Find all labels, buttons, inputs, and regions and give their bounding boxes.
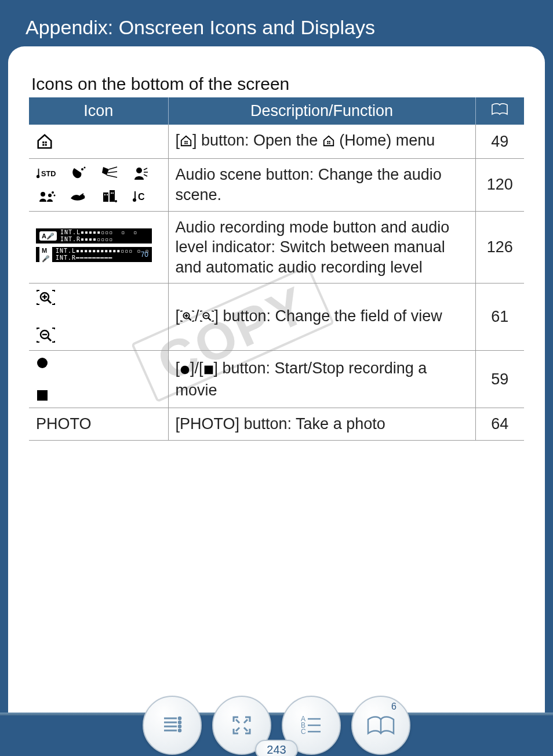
table-row: PHOTO [PHOTO] button: Take a photo 64 (29, 408, 524, 441)
content-panel: COPY Icons on the bottom of the screen I… (8, 46, 545, 715)
svg-rect-4 (184, 141, 185, 142)
svg-point-15 (84, 166, 86, 168)
manual-level-value: 70 (141, 250, 148, 259)
zoom-in-icon (180, 308, 195, 328)
svg-rect-10 (327, 143, 328, 144)
svg-rect-35 (37, 390, 48, 401)
row-page: 59 (475, 350, 524, 408)
crowd-icon (36, 188, 58, 205)
stop-icon (203, 360, 214, 380)
audio-auto-bar: A🎤 INT.L▪▪▪▪▪▫▫▫ ▫ ▫INT.R▪▪▪▪▫▫▫▫ (36, 228, 152, 243)
svg-rect-3 (45, 144, 47, 146)
text: / (195, 307, 199, 325)
svg-rect-5 (186, 141, 187, 142)
note-std-icon: STD (36, 165, 58, 182)
table-row: []/[] button: Start/Stop recording a mov… (29, 350, 524, 408)
text: (Home) menu (335, 132, 435, 149)
svg-rect-23 (104, 194, 105, 195)
text: ] button: Open the (192, 132, 322, 149)
row-desc: [PHOTO] button: Take a photo (168, 408, 475, 441)
table-header-row: Icon Description/Function (29, 97, 524, 125)
svg-point-28 (133, 198, 136, 202)
col-header-ref (475, 97, 524, 125)
row-page: 120 (475, 158, 524, 211)
row-page: 49 (475, 125, 524, 158)
record-icon (36, 357, 161, 369)
svg-rect-25 (111, 192, 112, 194)
svg-point-34 (37, 358, 48, 368)
svg-text:C: C (138, 192, 145, 202)
svg-rect-6 (184, 143, 185, 144)
svg-point-16 (136, 168, 142, 173)
row-desc: Audio recording mode button and audio le… (168, 211, 475, 284)
svg-rect-9 (329, 141, 330, 142)
bird-icon (67, 188, 89, 205)
svg-rect-21 (103, 192, 108, 202)
svg-rect-22 (110, 190, 115, 202)
svg-point-42 (179, 717, 181, 719)
svg-point-36 (181, 366, 190, 375)
text: [ (176, 132, 180, 149)
spotlight-icon (99, 165, 121, 182)
svg-point-18 (48, 194, 52, 197)
row-page: 64 (475, 408, 524, 441)
row-desc: Audio scene button: Change the audio sce… (168, 158, 475, 211)
svg-point-45 (179, 729, 181, 732)
svg-text:C: C (301, 728, 306, 736)
zoom-in-icon (36, 289, 161, 307)
bottom-nav: A B C 243 (0, 696, 553, 755)
chapter-button[interactable] (351, 696, 410, 755)
svg-point-19 (52, 191, 54, 194)
svg-point-43 (179, 721, 181, 724)
buildings-icon (99, 188, 121, 205)
audio-manual-bar: M🎤 INT.L▪▪▪▪▪▪▪▪▪▪▪▫▫▫ ▫ ▫INT.R━━━━━━━━━… (36, 247, 152, 262)
svg-rect-11 (329, 143, 330, 144)
toc-button[interactable] (143, 696, 202, 755)
text: [ (176, 307, 180, 325)
record-icon (180, 360, 190, 380)
col-header-icon: Icon (29, 97, 168, 125)
sax-icon (67, 165, 89, 182)
svg-rect-7 (186, 143, 187, 144)
row-desc: []/[] button: Start/Stop recording a mov… (168, 350, 475, 408)
svg-rect-0 (42, 141, 44, 143)
svg-text:STD: STD (41, 170, 56, 178)
svg-point-44 (179, 725, 181, 728)
text: ] button: Change the field of view (214, 307, 442, 325)
svg-rect-26 (112, 192, 114, 194)
home-icon (36, 133, 161, 150)
level-dots: INT.L▪▪▪▪▪▪▪▪▪▪▪▫▫▫ ▫ ▫INT.R━━━━━━━━━ (56, 248, 149, 263)
label: M (42, 247, 47, 254)
level-dots: INT.L▪▪▪▪▪▫▫▫ ▫ ▫INT.R▪▪▪▪▫▫▫▫ (60, 229, 148, 244)
svg-rect-2 (42, 144, 44, 146)
col-header-desc: Description/Function (168, 97, 475, 125)
home-icon (322, 132, 335, 152)
svg-rect-8 (327, 141, 328, 142)
svg-rect-37 (204, 366, 213, 375)
section-title: Icons on the bottom of the screen (31, 74, 524, 94)
zoom-out-icon (199, 308, 214, 328)
row-page: 61 (475, 284, 524, 351)
svg-point-17 (41, 192, 45, 197)
book-icon (491, 102, 508, 119)
svg-rect-24 (107, 194, 108, 195)
label: A (42, 232, 46, 239)
stop-icon (36, 389, 161, 402)
svg-point-12 (37, 175, 39, 177)
page-header-title: Appendix: Onscreen Icons and Displays (0, 0, 553, 39)
svg-point-14 (81, 168, 83, 170)
table-row: A🎤 INT.L▪▪▪▪▪▫▫▫ ▫ ▫INT.R▪▪▪▪▫▫▫▫ M🎤 INT… (29, 211, 524, 284)
icons-table: Icon Description/Function [] button: (29, 97, 524, 441)
text: [ (176, 359, 180, 377)
speaker-person-icon (130, 165, 152, 182)
row-desc: [] button: Open the (Home) menu (168, 125, 475, 158)
audio-scene-icons: STD C (36, 165, 161, 205)
row-desc: [/] button: Change the field of view (168, 284, 475, 351)
zoom-out-icon (36, 327, 161, 344)
home-icon (180, 132, 192, 152)
text: ]/[ (190, 359, 203, 377)
svg-point-20 (54, 194, 56, 196)
row-page: 126 (475, 211, 524, 284)
table-row: STD C Audio scene button: Change the aud… (29, 158, 524, 211)
note-c-icon: C (130, 188, 152, 205)
